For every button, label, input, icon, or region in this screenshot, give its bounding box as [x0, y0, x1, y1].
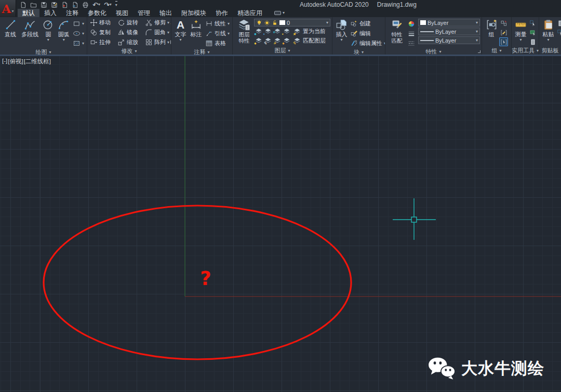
- array-tool[interactable]: 阵列▾: [144, 37, 168, 47]
- customize-quick-access-button[interactable]: ▾: [115, 1, 117, 9]
- arc-flyout-caret-icon[interactable]: ▾: [63, 38, 65, 42]
- viewport-visual-style-control[interactable]: [二维线框]: [24, 58, 51, 65]
- copy-clip-button[interactable]: [556, 28, 561, 37]
- lock-layer-button[interactable]: ▪: [282, 27, 291, 36]
- panel-title-annotation[interactable]: 注释▾: [171, 48, 232, 55]
- turn-off-layer-button[interactable]: ●: [254, 27, 263, 36]
- export-button[interactable]: [72, 1, 78, 9]
- linear-dimension-tool[interactable]: 线性▾: [204, 19, 231, 29]
- paste-button[interactable]: 粘贴 ▾: [541, 18, 556, 47]
- text-flyout-caret-icon[interactable]: ▾: [180, 38, 182, 42]
- move-tool[interactable]: 移动: [89, 18, 116, 28]
- panel-title-layers[interactable]: 图层▾: [233, 47, 332, 55]
- edit-attributes-button[interactable]: 编辑属性▾: [349, 38, 385, 48]
- panel-title-block[interactable]: 块▾: [332, 48, 385, 55]
- tab-insert[interactable]: 插入: [39, 9, 61, 17]
- text-tool[interactable]: A 文字 ▾: [173, 18, 188, 48]
- line-tool[interactable]: 直线: [2, 18, 19, 48]
- panel-title-draw[interactable]: 绘图▾: [0, 48, 87, 55]
- viewport-view-control[interactable]: [俯视]: [8, 58, 23, 65]
- trim-tool[interactable]: 修剪▾: [144, 18, 168, 28]
- copy-tool[interactable]: 复制: [89, 28, 116, 37]
- color-wheel-button[interactable]: [407, 19, 416, 28]
- rectangle-tool[interactable]: ▾: [72, 19, 85, 29]
- insert-block-button[interactable]: 插入 ▾: [334, 18, 349, 48]
- tab-manage[interactable]: 管理: [133, 9, 155, 17]
- turn-on-all-layers-button[interactable]: ●: [254, 36, 263, 45]
- panel-title-modify[interactable]: 修改▾: [87, 47, 171, 55]
- ungroup-button[interactable]: [499, 19, 508, 28]
- red-ellipse[interactable]: [44, 206, 351, 359]
- match-properties-button[interactable]: 特性匹配: [387, 18, 407, 48]
- new-file-button[interactable]: [20, 1, 26, 9]
- open-file-button[interactable]: [30, 1, 37, 9]
- lineweight-dropdown[interactable]: ByLayer ▾: [418, 28, 480, 35]
- dimension-tool[interactable]: 标注: [188, 18, 204, 48]
- linetype-dropdown[interactable]: ByLayer ▾: [418, 36, 480, 44]
- insert-flyout-caret-icon[interactable]: ▾: [340, 38, 342, 42]
- table-tool[interactable]: 表格: [204, 38, 231, 48]
- redo-button[interactable]: ↷▾: [104, 1, 112, 9]
- tab-parametric[interactable]: 参数化: [83, 9, 111, 17]
- circle-tool[interactable]: 圆 ▾: [41, 18, 56, 48]
- layer-edit-button[interactable]: ✎: [263, 36, 272, 45]
- panel-title-clipboard[interactable]: 剪贴板: [539, 47, 561, 55]
- stretch-tool[interactable]: 拉伸: [89, 37, 116, 47]
- select-window-button[interactable]: [528, 19, 537, 28]
- rotate-tool[interactable]: 旋转: [116, 18, 144, 28]
- match-layer-button[interactable]: ✎匹配图层: [291, 36, 327, 46]
- tab-view[interactable]: 视图: [111, 9, 133, 17]
- measure-flyout-caret-icon[interactable]: ▾: [519, 38, 522, 42]
- ellipse-tool[interactable]: ▾: [72, 29, 85, 38]
- tab-output[interactable]: 输出: [155, 9, 177, 17]
- plot-button[interactable]: [82, 1, 89, 9]
- tab-featured-apps[interactable]: 精选应用: [233, 9, 267, 17]
- linetype-button[interactable]: [407, 39, 416, 48]
- create-block-button[interactable]: 创建: [349, 19, 385, 29]
- batch-plot-button[interactable]: [61, 1, 68, 9]
- quick-calc-button[interactable]: [528, 37, 537, 46]
- tab-annotate[interactable]: 注释: [61, 9, 83, 17]
- linetype-dropdown-caret-icon: ▾: [476, 38, 478, 43]
- viewport-minimize-control[interactable]: [-]: [2, 58, 7, 65]
- set-current-layer-button[interactable]: ★置为当前: [291, 26, 327, 36]
- scale-tool[interactable]: 缩放: [116, 37, 144, 47]
- save-button[interactable]: [41, 1, 47, 9]
- drawing-canvas[interactable]: ? [-] [俯视] [二维线框] 大水牛测绘: [0, 56, 561, 392]
- leader-tool[interactable]: 引线▾: [204, 29, 231, 38]
- tab-addins[interactable]: 附加模块: [177, 9, 211, 17]
- cut-button[interactable]: [556, 19, 561, 28]
- group-button[interactable]: 组: [484, 18, 499, 47]
- tab-home[interactable]: 默认: [18, 9, 39, 17]
- group-edit-button[interactable]: [499, 28, 508, 37]
- panel-title-properties[interactable]: 特性▾: [385, 48, 482, 55]
- layer-unlock-icon: [272, 20, 278, 26]
- edit-block-button[interactable]: 编辑: [349, 29, 385, 38]
- save-as-button[interactable]: [51, 1, 58, 9]
- panel-title-utilities[interactable]: 实用工具▾: [512, 47, 539, 55]
- lineweight-button[interactable]: [407, 29, 416, 38]
- ribbon-display-toggle[interactable]: ▾: [274, 9, 285, 17]
- undo-button[interactable]: ↶▾: [92, 1, 100, 9]
- layer-properties-button[interactable]: 图层特性: [234, 18, 254, 47]
- polyline-tool[interactable]: 多段线: [19, 18, 41, 48]
- mirror-tool[interactable]: 镜像: [116, 28, 144, 37]
- freeze-layer-button[interactable]: *: [273, 27, 282, 36]
- arc-tool[interactable]: 圆弧 ▾: [56, 18, 72, 48]
- layer-select-dropdown[interactable]: 0 ▾: [254, 19, 330, 26]
- measure-button[interactable]: 测量 ▾: [513, 18, 528, 47]
- group-selection-toggle[interactable]: [499, 37, 508, 46]
- object-color-dropdown[interactable]: ByLayer ▾: [418, 19, 480, 26]
- fillet-tool[interactable]: 圆角▾: [144, 28, 168, 37]
- panel-title-groups[interactable]: 组▾: [482, 47, 511, 55]
- circle-flyout-caret-icon[interactable]: ▾: [47, 38, 49, 42]
- unlock-layer-button[interactable]: ●: [282, 36, 291, 45]
- paste-flyout-caret-icon[interactable]: ▾: [547, 38, 549, 42]
- hatch-tool[interactable]: ▾: [72, 38, 85, 48]
- isolate-layer-button[interactable]: ▪: [263, 27, 272, 36]
- tab-collaborate[interactable]: 协作: [211, 9, 233, 17]
- application-menu-button[interactable]: A ▾: [0, 0, 16, 17]
- properties-dialog-launcher-icon[interactable]: [478, 50, 480, 53]
- thaw-all-layers-button[interactable]: ☀: [273, 36, 282, 45]
- quick-select-button[interactable]: [528, 28, 537, 37]
